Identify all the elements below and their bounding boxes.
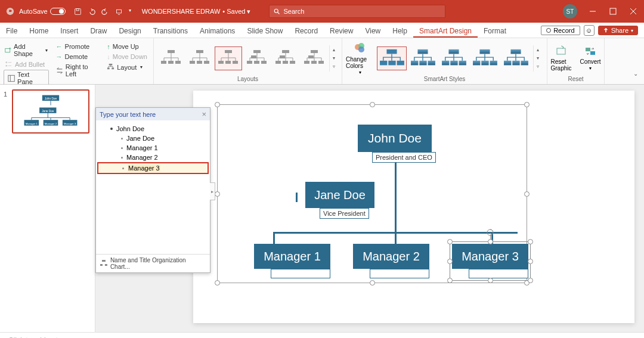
node-handle[interactable] [488,239,493,244]
org-title-m2[interactable] [370,269,429,278]
smartart-text-pane: Type your text here × John Doe Jane Doe … [95,107,210,273]
user-avatar[interactable]: ST [563,4,577,18]
slide-1-thumbnail[interactable]: John Doe Jane Doe Manager 1 Manager 2 Ma… [12,89,89,134]
tp-item-m1[interactable]: Manager 1 [121,143,206,153]
record-button[interactable]: Record [541,26,580,35]
node-handle[interactable] [447,278,453,283]
convert-button[interactable]: Convert▾ [580,45,601,72]
styles-gallery [377,46,531,70]
svg-rect-9 [8,75,14,81]
layouts-more[interactable]: ▴▾▿ [329,45,338,72]
svg-rect-26 [247,61,252,64]
svg-point-4 [274,9,278,13]
add-shape-button[interactable]: Add Shape▾ [4,42,49,58]
node-handle[interactable] [528,239,533,244]
menu-tab-record[interactable]: Record [289,27,324,38]
layout-option-3[interactable] [215,46,242,70]
rtl-button[interactable]: Right to Left [55,62,100,79]
save-icon[interactable] [74,8,82,15]
menu-tab-animations[interactable]: Animations [194,27,241,38]
tp-item-assist[interactable]: Jane Doe [121,134,206,143]
menu-tab-draw[interactable]: Draw [84,27,113,38]
tp-item-root[interactable]: John Doe [110,124,206,134]
undo-icon[interactable] [88,8,95,15]
layout-option-5[interactable] [272,46,299,70]
node-handle[interactable] [528,278,533,283]
promote-button[interactable]: ←Promote [55,42,100,51]
node-handle[interactable] [528,259,533,264]
svg-rect-6 [5,48,10,52]
menu-tab-insert[interactable]: Insert [54,27,84,38]
layout-option-6[interactable] [301,46,328,70]
search-box[interactable]: Search [269,5,445,18]
style-option-2[interactable] [408,46,438,70]
convert-icon [584,45,597,58]
svg-rect-45 [388,60,395,65]
minimize-button[interactable] [588,7,597,16]
text-pane-close[interactable]: × [202,110,206,119]
svg-rect-11 [107,67,110,69]
menu-tab-smartart-design[interactable]: SmartArt Design [413,27,478,38]
saved-status[interactable]: • Saved ▾ [222,8,250,15]
org-title-assist[interactable]: Vice President [320,208,369,219]
menu-tab-format[interactable]: Format [478,27,512,38]
reset-graphic-button[interactable]: Reset Graphic [550,45,571,72]
tp-item-m2[interactable]: Manager 2 [121,153,206,162]
textpane-icon [8,75,15,82]
style-option-5[interactable] [501,46,531,70]
svg-rect-44 [380,60,387,65]
layout-button[interactable]: Layout▾ [106,62,150,72]
menu-tab-transitions[interactable]: Transitions [147,27,194,38]
node-handle[interactable] [447,259,453,264]
autosave-label: AutoSave [19,8,48,15]
menu-tab-file[interactable]: File [0,27,23,38]
org-node-m1[interactable]: Manager 1 [254,244,330,269]
style-option-3[interactable] [439,46,469,70]
layout-option-2[interactable] [186,46,213,70]
svg-rect-13 [168,50,175,53]
qat-dropdown[interactable]: ▾ [129,8,131,15]
text-pane-button[interactable]: Text Pane [4,70,49,86]
menu-tab-design[interactable]: Design [113,27,147,38]
demote-button[interactable]: →Demote [55,52,100,61]
menu-tab-view[interactable]: View [359,27,386,38]
node-handle[interactable] [447,239,453,244]
toggle-switch[interactable] [50,8,66,15]
menu-tab-home[interactable]: Home [23,27,54,38]
style-option-4[interactable] [470,46,500,70]
rotate-handle[interactable] [487,228,494,235]
tp-item-m3-highlighted[interactable]: Manager 3 [97,162,209,174]
close-button[interactable] [628,7,638,16]
menu-tab-help[interactable]: Help [386,27,413,38]
change-colors-button[interactable]: Change Colors▾ [346,41,374,75]
notes-pane[interactable]: Click to add notes [0,332,644,338]
autosave-toggle[interactable]: AutoSave [19,8,66,15]
layout-option-4[interactable] [243,46,271,70]
menu-tab-slide-show[interactable]: Slide Show [241,27,289,38]
redo-icon[interactable] [101,8,109,15]
svg-rect-76 [102,260,106,262]
move-up-button[interactable]: ↑Move Up [106,42,150,51]
org-title-m1[interactable] [271,269,330,278]
maximize-button[interactable] [608,7,618,16]
ribbon-collapse[interactable]: ⌄ [633,70,638,77]
menu-tab-review[interactable]: Review [324,27,359,38]
svg-rect-58 [490,60,497,65]
slide-canvas[interactable]: John Doe President and CEO Jane Doe Vice… [193,91,634,323]
svg-rect-43 [386,49,397,54]
smartart-container[interactable]: John Doe President and CEO Jane Doe Vice… [217,104,527,283]
layout-option-1[interactable] [157,46,185,70]
org-title-root[interactable]: President and CEO [372,152,436,163]
org-node-m2[interactable]: Manager 2 [353,244,429,269]
feedback-button[interactable]: ☺ [584,25,595,36]
org-node-assist[interactable]: Jane Doe [305,182,374,208]
start-icon[interactable] [115,8,123,15]
org-node-root[interactable]: John Doe [358,125,432,152]
node-handle[interactable] [488,278,493,283]
share-button[interactable]: Share▾ [598,26,638,35]
styles-more[interactable]: ▴▾▿ [533,45,541,72]
style-option-1[interactable] [377,46,407,70]
text-pane-collapse[interactable]: ▸ [210,182,215,200]
svg-rect-24 [233,61,238,64]
svg-rect-77 [100,264,103,266]
